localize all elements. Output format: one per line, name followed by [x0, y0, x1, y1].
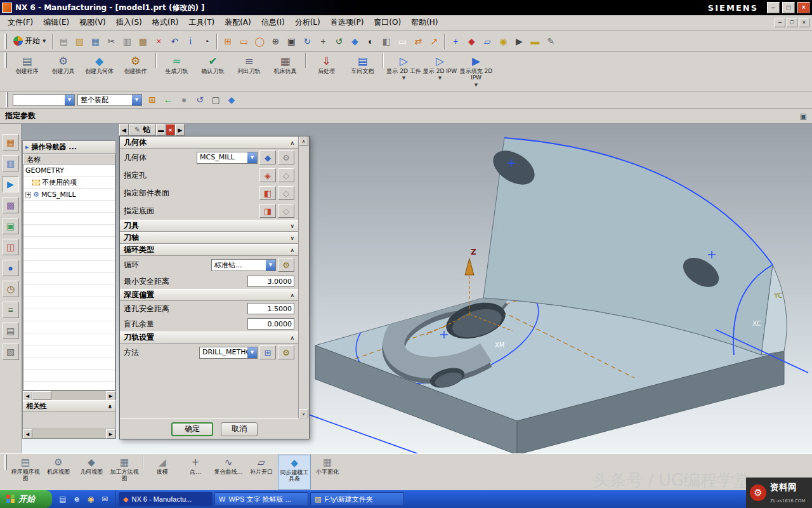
- constraint-navigator-icon[interactable]: ▥: [3, 155, 19, 171]
- rotate-view-icon[interactable]: ↺: [331, 34, 346, 49]
- start-button[interactable]: 开始: [0, 490, 52, 508]
- scroll-left-icon[interactable]: ◀: [23, 429, 32, 439]
- tree-item-geometry[interactable]: GEOMETRY: [23, 164, 115, 177]
- rail-close-button[interactable]: ×: [166, 124, 175, 136]
- selection-filter-combo[interactable]: ▼: [13, 94, 75, 106]
- postprocess-button[interactable]: ⇓后处理: [308, 53, 344, 90]
- clear-bottom-surface-button[interactable]: ◇: [278, 204, 294, 218]
- depth-offset-section-header[interactable]: 深度偏置 ∧: [120, 289, 298, 301]
- save-icon[interactable]: ▦: [88, 34, 103, 49]
- select-holes-button[interactable]: ◈: [259, 168, 276, 182]
- toolbar-grip[interactable]: [4, 34, 7, 49]
- selection-scope-combo[interactable]: 整个装配 ▼: [77, 94, 142, 106]
- rail-minimize-button[interactable]: ▬: [156, 124, 166, 136]
- chevron-down-icon[interactable]: ▼: [247, 347, 257, 358]
- reuse-library-icon[interactable]: ▣: [3, 218, 19, 234]
- scroll-right-icon[interactable]: ▶: [106, 391, 115, 401]
- measure-icon[interactable]: ▬: [527, 34, 542, 49]
- machining-wizard-icon[interactable]: ▩: [3, 197, 19, 213]
- start-menu-button[interactable]: 开始 ▼: [10, 33, 49, 50]
- tree-item-mcs-mill[interactable]: + ⚙ MCS_MILL: [23, 189, 115, 201]
- zoom-icon[interactable]: ⊕: [268, 34, 283, 49]
- scroll-down-icon[interactable]: ∨: [299, 409, 308, 418]
- navigator-title[interactable]: ▸ 操作导航器 ...: [23, 141, 115, 154]
- quick-launch-desktop[interactable]: ▤: [57, 493, 69, 505]
- show-2d-ipw-button[interactable]: ▷显示 2D IPW▼: [422, 53, 458, 90]
- menu-item[interactable]: 格式(R): [147, 16, 184, 29]
- taskbar-task-wps[interactable]: WWPS 文字 抢鲜版 ...: [214, 492, 308, 506]
- related-hscrollbar[interactable]: ◀ ▶: [23, 429, 115, 438]
- plane-icon[interactable]: ▱: [480, 34, 495, 49]
- info-cursor-icon[interactable]: i: [183, 34, 198, 49]
- quick-launch-mail[interactable]: ✉: [99, 493, 110, 505]
- patch-opening-button[interactable]: ▱补片开口: [245, 455, 278, 490]
- menu-item[interactable]: 窗口(O): [369, 16, 406, 29]
- assembly-add-icon[interactable]: ⊞: [145, 92, 160, 107]
- orient-wcs-icon[interactable]: ⇄: [410, 34, 426, 49]
- taskbar-task-folder[interactable]: ▨F:\y\新建文件夹: [310, 492, 404, 506]
- through-clearance-input[interactable]: [247, 303, 294, 314]
- point-button[interactable]: +点…: [179, 455, 212, 490]
- selection-box-icon[interactable]: ▢: [208, 92, 223, 107]
- background-swatch-icon[interactable]: ▭: [395, 34, 410, 49]
- menu-item[interactable]: 视图(V): [74, 16, 111, 29]
- operation-navigator-icon[interactable]: ▶: [3, 176, 19, 192]
- draft-button[interactable]: ◢拔模: [146, 455, 179, 490]
- cancel-button[interactable]: 取消: [221, 422, 258, 436]
- dock-panel-icon[interactable]: ▣: [800, 112, 807, 121]
- tile-windows-icon[interactable]: ▤: [3, 323, 19, 339]
- navigator-column-header[interactable]: 名称: [23, 154, 115, 164]
- clear-part-surface-button[interactable]: ◇: [278, 186, 294, 200]
- create-program-button[interactable]: ▤创建程序: [9, 53, 45, 90]
- mdi-close-button[interactable]: ×: [799, 18, 809, 27]
- quick-launch-media[interactable]: ◉: [85, 493, 96, 505]
- geometry-view-button[interactable]: ◆几何视图: [75, 455, 108, 490]
- select-bottom-surface-button[interactable]: ◨: [259, 204, 276, 218]
- create-operation-button[interactable]: ⚙创建操作: [117, 53, 154, 90]
- cycle-combo[interactable]: 标准钻... ▼: [211, 259, 276, 271]
- composite-curve-button[interactable]: ∿复合曲线…: [212, 455, 245, 490]
- generate-toolpath-button[interactable]: ≈生成刀轨: [159, 53, 195, 90]
- sketch-icon[interactable]: ✎: [543, 34, 558, 49]
- copy-icon[interactable]: ▥: [119, 34, 134, 49]
- rotate-orbit-icon[interactable]: ↺: [192, 92, 207, 107]
- blind-stock-input[interactable]: [247, 318, 294, 330]
- rail-next-button[interactable]: ▶: [175, 124, 185, 136]
- chevron-down-icon[interactable]: ▼: [65, 95, 74, 105]
- cascade-windows-icon[interactable]: ▧: [3, 344, 19, 360]
- quick-launch-ie[interactable]: e: [71, 493, 82, 505]
- menu-item[interactable]: 装配(A): [219, 16, 256, 29]
- machine-simulate-button[interactable]: ▦机床仿真: [267, 53, 303, 90]
- chevron-down-icon[interactable]: ▼: [247, 152, 257, 163]
- close-button[interactable]: ×: [797, 2, 810, 13]
- geometry-combo[interactable]: MCS_MILL ▼: [197, 152, 258, 164]
- menu-item[interactable]: 帮助(H): [406, 16, 443, 29]
- lasso-select-icon[interactable]: ◯: [252, 34, 267, 49]
- dialog-tab-drill[interactable]: ✎ 钻: [129, 124, 156, 136]
- navigator-hscrollbar[interactable]: ◀ ▶: [23, 391, 115, 400]
- edit-cycle-button[interactable]: ⚙: [278, 258, 294, 272]
- menu-item[interactable]: 文件(F): [3, 16, 38, 29]
- min-clearance-input[interactable]: [247, 276, 294, 287]
- tool-axis-section-header[interactable]: 刀轴 ∨: [120, 232, 298, 244]
- tool-section-header[interactable]: 刀具 ∨: [120, 220, 298, 232]
- scroll-left-icon[interactable]: ◀: [23, 391, 32, 401]
- fit-view-icon[interactable]: ▣: [284, 34, 299, 49]
- check-object-icon[interactable]: ◉: [495, 34, 511, 49]
- refresh-icon[interactable]: ↻: [299, 34, 315, 49]
- mdi-restore-button[interactable]: □: [787, 18, 797, 27]
- scroll-right-icon[interactable]: ▶: [106, 429, 115, 439]
- taskbar-task-nx[interactable]: ◆NX 6 - Manufactu...: [119, 492, 213, 506]
- selection-filter-icon[interactable]: ⊞: [220, 34, 235, 49]
- materials-icon[interactable]: ●: [3, 260, 19, 276]
- select-mcs-button[interactable]: ◆: [259, 150, 276, 164]
- machine-tool-view-button[interactable]: ⚙机床视图: [42, 455, 75, 490]
- chevron-down-icon[interactable]: ▼: [132, 95, 141, 105]
- expand-icon[interactable]: +: [25, 192, 31, 197]
- edit-method-button[interactable]: ⚙: [278, 345, 294, 359]
- collapse-icon[interactable]: ∧: [108, 403, 112, 410]
- new-part-icon[interactable]: ▤: [56, 34, 71, 49]
- back-arrow-icon[interactable]: ←: [160, 92, 176, 107]
- create-geometry-button[interactable]: ◆创建几何体: [81, 53, 117, 90]
- render-style-icon[interactable]: ◐: [363, 34, 378, 49]
